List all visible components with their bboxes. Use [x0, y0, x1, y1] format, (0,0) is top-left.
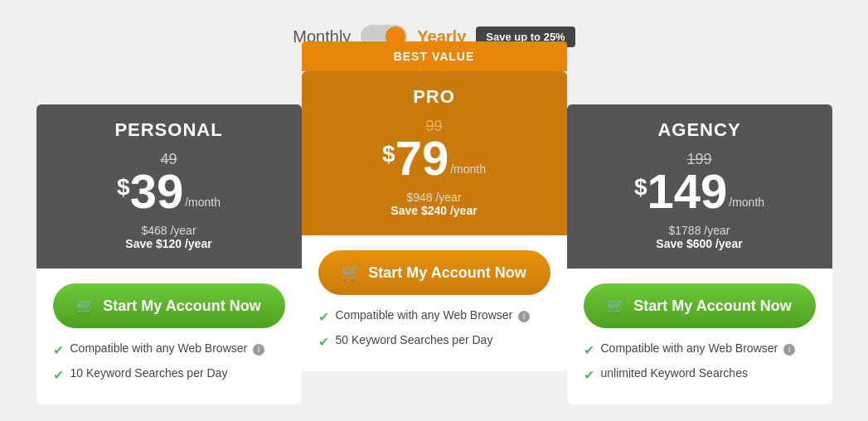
feature-text-agency-0: Compatible with any Web Browser i — [601, 341, 796, 356]
info-icon-personal-0[interactable]: i — [253, 344, 264, 356]
price-main-agency: $ 149 /month — [634, 167, 764, 215]
card-header-agency: AGENCY 199 $ 149 /month $1788 /year Save… — [567, 104, 832, 269]
cart-icon-pro: 🛒 — [342, 264, 360, 282]
price-row-agency: 199 $ 149 /month — [584, 152, 816, 215]
card-wrapper-pro: BEST VALUE PRO 99 $ 79 /month $948 /year… — [302, 41, 567, 371]
cta-button-personal[interactable]: 🛒 Start My Account Now — [53, 283, 285, 328]
card-header-personal: PERSONAL 49 $ 39 /month $468 /year Save … — [36, 104, 302, 269]
feature-item-agency-0: ✔ Compatible with any Web Browser i — [584, 341, 816, 358]
feature-item-personal-1: ✔ 10 Keyword Searches per Day — [53, 366, 285, 383]
feature-item-pro-0: ✔ Compatible with any Web Browser i — [318, 308, 550, 325]
price-row-personal: 49 $ 39 /month — [53, 152, 285, 215]
feature-list-pro: ✔ Compatible with any Web Browser i ✔ 50… — [318, 308, 550, 350]
card-agency: AGENCY 199 $ 149 /month $1788 /year Save… — [567, 104, 832, 404]
card-pro: PRO 99 $ 79 /month $948 /year Save $240 … — [302, 71, 567, 371]
yearly-info-agency: $1788 /year Save $600 /year — [584, 224, 816, 250]
price-row-pro: 99 $ 79 /month — [318, 119, 550, 182]
check-icon-agency-0: ✔ — [584, 342, 594, 358]
dollar-sign-pro: $ — [382, 141, 395, 167]
feature-text-pro-1: 50 Keyword Searches per Day — [336, 333, 493, 346]
card-title-personal: PERSONAL — [53, 119, 285, 141]
yearly-info-personal: $468 /year Save $120 /year — [53, 224, 285, 250]
feature-item-agency-1: ✔ unlimited Keyword Searches — [584, 366, 816, 383]
card-wrapper-personal: PERSONAL 49 $ 39 /month $468 /year Save … — [36, 104, 302, 404]
yearly-save-pro: Save $240 /year — [390, 204, 477, 217]
feature-list-personal: ✔ Compatible with any Web Browser i ✔ 10… — [53, 341, 285, 383]
check-icon-pro-0: ✔ — [318, 309, 329, 325]
check-icon-agency-1: ✔ — [584, 367, 594, 383]
info-icon-agency-0[interactable]: i — [783, 344, 795, 356]
card-body-agency: 🛒 Start My Account Now ✔ Compatible with… — [567, 269, 832, 404]
feature-text-agency-1: unlimited Keyword Searches — [601, 366, 748, 380]
price-main-pro: $ 79 /month — [382, 134, 486, 182]
card-body-pro: 🛒 Start My Account Now ✔ Compatible with… — [302, 235, 567, 371]
check-icon-personal-0: ✔ — [53, 342, 64, 358]
check-icon-pro-1: ✔ — [318, 334, 329, 350]
dollar-sign-personal: $ — [117, 174, 130, 201]
feature-text-pro-0: Compatible with any Web Browser i — [336, 308, 531, 322]
feature-item-personal-0: ✔ Compatible with any Web Browser i — [53, 341, 285, 358]
price-number-agency: 149 — [647, 167, 727, 215]
card-header-pro: PRO 99 $ 79 /month $948 /year Save $240 … — [302, 71, 567, 235]
card-wrapper-agency: AGENCY 199 $ 149 /month $1788 /year Save… — [567, 104, 832, 404]
feature-text-personal-0: Compatible with any Web Browser i — [70, 341, 265, 356]
feature-text-personal-1: 10 Keyword Searches per Day — [70, 366, 228, 380]
yearly-save-agency: Save $600 /year — [656, 237, 742, 250]
cart-icon-personal: 🛒 — [76, 297, 95, 315]
card-title-agency: AGENCY — [584, 119, 816, 141]
card-personal: PERSONAL 49 $ 39 /month $468 /year Save … — [36, 104, 302, 404]
old-price-personal: 49 — [160, 151, 177, 168]
price-number-pro: 79 — [395, 134, 449, 182]
per-month-pro: /month — [450, 162, 486, 176]
yearly-save-personal: Save $120 /year — [125, 237, 211, 250]
card-title-pro: PRO — [318, 86, 550, 108]
info-icon-pro-0[interactable]: i — [518, 311, 530, 322]
check-icon-personal-1: ✔ — [53, 367, 64, 383]
old-price-agency: 199 — [686, 151, 711, 168]
price-number-personal: 39 — [130, 167, 184, 215]
per-month-agency: /month — [729, 196, 764, 209]
old-price-pro: 99 — [425, 118, 442, 135]
dollar-sign-agency: $ — [634, 174, 647, 201]
yearly-info-pro: $948 /year Save $240 /year — [318, 191, 550, 217]
card-body-personal: 🛒 Start My Account Now ✔ Compatible with… — [36, 269, 302, 404]
cart-icon-agency: 🛒 — [607, 297, 625, 315]
cta-label-agency: Start My Account Now — [633, 298, 791, 315]
feature-list-agency: ✔ Compatible with any Web Browser i ✔ un… — [584, 341, 816, 383]
price-main-personal: $ 39 /month — [117, 167, 221, 215]
cta-button-agency[interactable]: 🛒 Start My Account Now — [584, 283, 816, 328]
cta-label-pro: Start My Account Now — [368, 264, 526, 282]
cta-button-pro[interactable]: 🛒 Start My Account Now — [318, 250, 550, 295]
feature-item-pro-1: ✔ 50 Keyword Searches per Day — [318, 333, 550, 350]
best-value-banner: BEST VALUE — [302, 41, 567, 71]
cta-label-personal: Start My Account Now — [103, 298, 260, 315]
pricing-cards: PERSONAL 49 $ 39 /month $468 /year Save … — [17, 73, 851, 404]
per-month-personal: /month — [185, 196, 221, 209]
